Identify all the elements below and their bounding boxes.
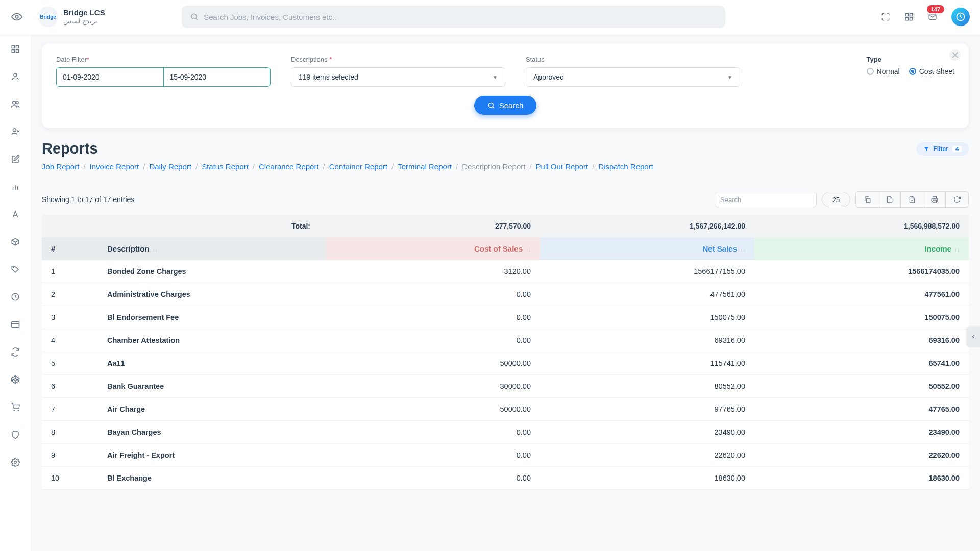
notification-badge: 147 bbox=[927, 5, 944, 13]
sync-icon[interactable] bbox=[10, 346, 21, 358]
svg-rect-4 bbox=[910, 13, 913, 16]
table-row: 5Aa1150000.00115741.0065741.00 bbox=[42, 352, 969, 375]
descriptions-select[interactable]: 119 items selected▼ bbox=[291, 67, 505, 87]
cell-cost: 50000.00 bbox=[326, 398, 540, 421]
visibility-icon[interactable] bbox=[10, 11, 23, 22]
cell-income: 150075.00 bbox=[754, 306, 969, 329]
filter-pill-button[interactable]: Filter 4 bbox=[916, 142, 969, 156]
col-cost-of-sales[interactable]: Cost of Sales↑↓ bbox=[326, 237, 540, 260]
svg-rect-9 bbox=[12, 45, 14, 48]
collapse-right-panel-button[interactable] bbox=[967, 327, 980, 347]
search-icon bbox=[190, 12, 199, 21]
breadcrumb-clearance-report[interactable]: Clearance Report bbox=[259, 162, 319, 171]
col-net-sales[interactable]: Net Sales↑↓ bbox=[540, 237, 754, 260]
copy-button[interactable] bbox=[856, 192, 878, 207]
global-search-input[interactable] bbox=[204, 13, 717, 21]
refresh-button[interactable] bbox=[946, 192, 968, 207]
breadcrumb-sep: / bbox=[529, 162, 531, 171]
breadcrumb-pull-out-report[interactable]: Pull Out Report bbox=[536, 162, 589, 171]
table-row: 9Air Freight - Export0.0022620.0022620.0… bbox=[42, 444, 969, 467]
dashboard-icon[interactable] bbox=[10, 43, 21, 55]
table-row: 4Chamber Attestation0.0069316.0069316.00 bbox=[42, 329, 969, 352]
date-range-input[interactable] bbox=[56, 67, 271, 87]
cell-description: Bl Exchange bbox=[98, 467, 326, 490]
cell-net: 23490.00 bbox=[540, 421, 754, 444]
shield-icon[interactable] bbox=[10, 429, 21, 440]
cell-cost: 0.00 bbox=[326, 467, 540, 490]
chart-icon[interactable] bbox=[10, 181, 21, 192]
total-net: 1,567,266,142.00 bbox=[540, 215, 754, 237]
date-to-input[interactable] bbox=[164, 68, 271, 86]
breadcrumb-daily-report[interactable]: Daily Report bbox=[149, 162, 191, 171]
export-file-button[interactable] bbox=[878, 192, 901, 207]
table-row: 3Bl Endorsement Fee0.00150075.00150075.0… bbox=[42, 306, 969, 329]
filter-search-button[interactable]: Search bbox=[474, 96, 537, 115]
cell-cost: 0.00 bbox=[326, 306, 540, 329]
font-icon[interactable] bbox=[10, 209, 21, 220]
tag-icon[interactable] bbox=[10, 264, 21, 275]
user-icon[interactable] bbox=[10, 71, 21, 82]
breadcrumb-sep: / bbox=[143, 162, 145, 171]
user-avatar[interactable] bbox=[951, 8, 970, 26]
apps-grid-icon[interactable] bbox=[904, 12, 914, 21]
fullscreen-icon[interactable] bbox=[881, 12, 890, 21]
cell-income: 23490.00 bbox=[754, 421, 969, 444]
edit-icon[interactable] bbox=[10, 154, 21, 165]
svg-point-29 bbox=[14, 410, 15, 411]
global-search[interactable] bbox=[182, 6, 725, 28]
cell-cost: 0.00 bbox=[326, 283, 540, 306]
chevron-down-icon: ▼ bbox=[727, 74, 732, 80]
breadcrumb-invoice-report[interactable]: Invoice Report bbox=[90, 162, 139, 171]
col-income[interactable]: Income↑↓ bbox=[754, 237, 969, 260]
cell-income: 18630.00 bbox=[754, 467, 969, 490]
status-label: Status bbox=[526, 56, 740, 63]
card-icon[interactable] bbox=[10, 319, 21, 330]
type-radio-cost-sheet[interactable]: Cost Sheet bbox=[909, 67, 954, 76]
date-from-input[interactable] bbox=[57, 68, 163, 86]
brand-logo: Bridge bbox=[38, 7, 58, 27]
svg-rect-6 bbox=[905, 18, 908, 20]
close-filter-button[interactable]: ✕ bbox=[949, 49, 961, 61]
breadcrumb-container-report[interactable]: Container Report bbox=[329, 162, 387, 171]
users-icon[interactable] bbox=[10, 98, 21, 110]
svg-rect-11 bbox=[16, 50, 19, 53]
col-description[interactable]: Description↑↓ bbox=[98, 237, 326, 260]
svg-point-1 bbox=[191, 14, 197, 19]
package-icon[interactable] bbox=[10, 236, 21, 247]
breadcrumb-status-report[interactable]: Status Report bbox=[202, 162, 249, 171]
clock-icon[interactable] bbox=[10, 291, 21, 303]
codepen-icon[interactable] bbox=[10, 374, 21, 385]
cell-index: 3 bbox=[42, 306, 98, 329]
cell-net: 97765.00 bbox=[540, 398, 754, 421]
notifications-icon[interactable]: 147 bbox=[928, 12, 937, 21]
type-radio-normal[interactable]: Normal bbox=[867, 67, 900, 76]
breadcrumb-job-report[interactable]: Job Report bbox=[42, 162, 79, 171]
breadcrumb-terminal-report[interactable]: Terminal Report bbox=[398, 162, 452, 171]
export-csv-button[interactable] bbox=[901, 192, 923, 207]
breadcrumb-dispatch-report[interactable]: Dispatch Report bbox=[598, 162, 653, 171]
cell-income: 50552.00 bbox=[754, 375, 969, 398]
svg-rect-12 bbox=[12, 50, 14, 53]
breadcrumb-sep: / bbox=[253, 162, 255, 171]
add-user-icon[interactable] bbox=[10, 126, 21, 137]
cell-income: 477561.00 bbox=[754, 283, 969, 306]
settings-icon[interactable] bbox=[10, 457, 21, 468]
cell-description: Bl Endorsement Fee bbox=[98, 306, 326, 329]
svg-point-16 bbox=[13, 129, 16, 132]
cart-icon[interactable] bbox=[10, 402, 21, 413]
print-button[interactable] bbox=[923, 192, 946, 207]
breadcrumb-sep: / bbox=[323, 162, 325, 171]
table-row: 8Bayan Charges0.0023490.0023490.00 bbox=[42, 421, 969, 444]
type-label: Type bbox=[867, 56, 954, 63]
table-row: 7Air Charge50000.0097765.0047765.00 bbox=[42, 398, 969, 421]
status-select[interactable]: Approved▼ bbox=[526, 67, 740, 87]
cell-cost: 0.00 bbox=[326, 444, 540, 467]
cell-index: 2 bbox=[42, 283, 98, 306]
page-size-select[interactable]: 25 bbox=[822, 192, 850, 207]
export-toolbar bbox=[855, 191, 969, 208]
col-index[interactable]: # bbox=[42, 237, 98, 260]
table-search-input[interactable] bbox=[715, 192, 817, 207]
breadcrumb-sep: / bbox=[83, 162, 85, 171]
date-filter-label: Date Filter* bbox=[56, 56, 271, 63]
totals-label: Total: bbox=[42, 215, 326, 237]
